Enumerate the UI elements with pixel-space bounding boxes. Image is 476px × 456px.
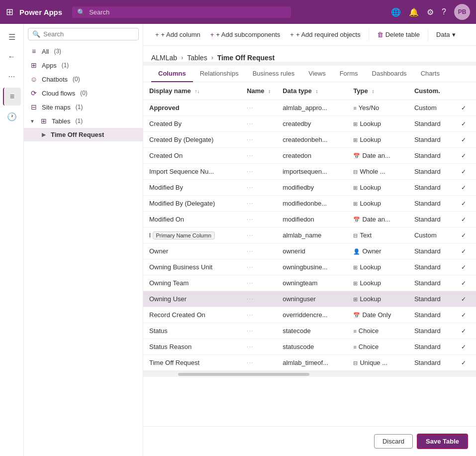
tab-views[interactable]: Views: [301, 66, 332, 82]
table-row[interactable]: Modified By···modifiedby⊞LookupStandard✓: [143, 180, 476, 196]
tab-relationships[interactable]: Relationships: [193, 66, 246, 82]
tab-businessrules[interactable]: Business rules: [246, 66, 302, 82]
table-row[interactable]: Owning User···owninguser⊞LookupStandard✓: [143, 291, 476, 307]
table-area: Display name ↑↓ Name ↕ Data type ↕: [143, 82, 476, 426]
cell-dots-menu[interactable]: ···: [241, 164, 277, 180]
table-row[interactable]: Created By (Delegate)···createdonbeh...⊞…: [143, 132, 476, 148]
cell-dots-menu[interactable]: ···: [241, 323, 277, 339]
cell-name: ownerid: [277, 243, 347, 259]
table-row[interactable]: Owning Business Unit···owningbusine...⊞L…: [143, 259, 476, 275]
cell-dots-menu[interactable]: ···: [241, 148, 277, 164]
discard-button[interactable]: Discard: [374, 434, 413, 449]
table-row[interactable]: l Primary Name Column···almlab_name⊟Text…: [143, 228, 476, 243]
avatar[interactable]: PB: [454, 4, 470, 20]
add-subcomponents-button[interactable]: + + Add subcomponents: [206, 29, 285, 40]
delete-table-button[interactable]: 🗑 Delete table: [373, 29, 424, 40]
cell-displayname: Approved: [143, 100, 241, 116]
col-header-displayname[interactable]: Display name ↑↓: [143, 82, 241, 100]
cell-custom: ✓: [455, 132, 476, 148]
add-req-icon: +: [290, 31, 294, 38]
cell-dots-menu[interactable]: ···: [241, 196, 277, 212]
col-header-type[interactable]: Type ↕: [347, 82, 408, 100]
cell-dots-menu[interactable]: ···: [241, 228, 277, 243]
col-header-datatype[interactable]: Data type ↕: [277, 82, 347, 100]
add-column-button[interactable]: + + Add column: [151, 29, 204, 40]
horizontal-scrollbar[interactable]: [143, 371, 476, 377]
table-row[interactable]: Import Sequence Nu...···importsequen...⊟…: [143, 164, 476, 180]
main-layout: ☰ ← ··· ≡ 🕐 🔍 ≡ All (3) ⊞ Apps (1) ☺ Cha…: [0, 24, 476, 456]
table-row[interactable]: Time Off Request···almlab_timeof...⊟Uniq…: [143, 355, 476, 371]
cell-dots-menu[interactable]: ···: [241, 291, 277, 307]
rail-menu-icon[interactable]: ☰: [3, 28, 21, 46]
add-required-objects-button[interactable]: + + Add required objects: [286, 29, 364, 40]
datatype-icon: ⊞: [353, 137, 358, 143]
sidebar-item-cloudflows[interactable]: ⟳ Cloud flows (0): [24, 86, 143, 100]
breadcrumb-root[interactable]: ALMLab: [151, 54, 177, 62]
cell-dots-menu[interactable]: ···: [241, 355, 277, 371]
tab-charts[interactable]: Charts: [414, 66, 447, 82]
global-search-input[interactable]: [89, 8, 286, 16]
sidebar-search-box[interactable]: 🔍: [28, 28, 139, 40]
table-row[interactable]: Owning Team···owningteam⊞LookupStandard✓: [143, 275, 476, 291]
table-row[interactable]: Created On···createdon📅Date an...Standar…: [143, 148, 476, 164]
sidebar-search-icon: 🔍: [32, 30, 40, 38]
col-header-name[interactable]: Name ↕: [241, 82, 277, 100]
sidebar-item-apps[interactable]: ⊞ Apps (1): [24, 58, 143, 72]
cell-dots-menu[interactable]: ···: [241, 100, 277, 116]
gear-icon[interactable]: ⚙: [427, 7, 434, 17]
cell-dots-menu[interactable]: ···: [241, 339, 277, 355]
table-row[interactable]: Status···statecode≡ChoiceStandard✓: [143, 323, 476, 339]
sidebar-all-label: All: [42, 48, 49, 55]
table-row[interactable]: Modified On···modifiedon📅Date an...Stand…: [143, 212, 476, 228]
cell-displayname: Record Created On: [143, 307, 241, 323]
cell-type: Standard: [408, 132, 455, 148]
sidebar-item-chatbots[interactable]: ☺ Chatbots (0): [24, 72, 143, 86]
waffle-icon[interactable]: ⊞: [6, 6, 13, 17]
sort-name-icon: ↕: [268, 89, 271, 94]
cell-dots-menu[interactable]: ···: [241, 180, 277, 196]
tab-forms[interactable]: Forms: [333, 66, 365, 82]
cell-displayname: Owning Business Unit: [143, 259, 241, 275]
cell-displayname: Created By (Delegate): [143, 132, 241, 148]
save-table-button[interactable]: Save Table: [417, 434, 468, 449]
custom-check-icon: ✓: [461, 232, 466, 239]
table-row[interactable]: Created By···createdby⊞LookupStandard✓: [143, 116, 476, 132]
rail-history-icon[interactable]: 🕐: [3, 108, 21, 125]
breadcrumb-mid[interactable]: Tables: [187, 54, 207, 62]
cell-displayname: Modified On: [143, 212, 241, 228]
sidebar-item-all[interactable]: ≡ All (3): [24, 44, 143, 58]
tab-columns[interactable]: Columns: [151, 66, 193, 82]
help-icon[interactable]: ?: [442, 7, 446, 16]
cell-dots-menu[interactable]: ···: [241, 212, 277, 228]
toolbar-separator-2: [428, 29, 428, 41]
cell-dots-menu[interactable]: ···: [241, 116, 277, 132]
globe-icon[interactable]: 🌐: [391, 7, 401, 17]
cell-dots-menu[interactable]: ···: [241, 243, 277, 259]
sidebar-item-timeoffrequest[interactable]: ▶ Time Off Request: [24, 128, 143, 141]
data-button[interactable]: Data ▾: [432, 29, 459, 40]
custom-check-icon: ✓: [461, 168, 466, 175]
rail-back-icon[interactable]: ←: [3, 48, 21, 66]
cell-dots-menu[interactable]: ···: [241, 275, 277, 291]
sidebar-item-sitemaps[interactable]: ⊟ Site maps (1): [24, 100, 143, 114]
cell-dots-menu[interactable]: ···: [241, 132, 277, 148]
bell-icon[interactable]: 🔔: [409, 7, 419, 17]
rail-table-icon[interactable]: ≡: [3, 88, 21, 106]
datatype-icon: ≡: [353, 344, 356, 350]
table-row[interactable]: Modified By (Delegate)···modifiedonbe...…: [143, 196, 476, 212]
tab-dashboards[interactable]: Dashboards: [365, 66, 414, 82]
sidebar-item-tables[interactable]: ▼ ⊞ Tables (1): [24, 114, 143, 128]
sidebar-search-input[interactable]: [43, 30, 134, 38]
table-row[interactable]: Owner···ownerid👤OwnerStandard✓: [143, 243, 476, 259]
sort-datatype-icon: ↕: [315, 89, 318, 94]
cell-displayname: Modified By: [143, 180, 241, 196]
sidebar-chatbots-label: Chatbots: [42, 76, 68, 83]
cell-dots-menu[interactable]: ···: [241, 307, 277, 323]
table-row[interactable]: Status Reason···statuscode≡ChoiceStandar…: [143, 339, 476, 355]
table-row[interactable]: Record Created On···overriddencre...📅Dat…: [143, 307, 476, 323]
cell-datatype: ⊞Lookup: [347, 116, 408, 132]
rail-dots-icon[interactable]: ···: [3, 68, 21, 86]
global-search-box[interactable]: 🔍: [72, 6, 291, 18]
cell-dots-menu[interactable]: ···: [241, 259, 277, 275]
table-row[interactable]: Approved···almlab_appro...≡Yes/NoCustom✓: [143, 100, 476, 116]
